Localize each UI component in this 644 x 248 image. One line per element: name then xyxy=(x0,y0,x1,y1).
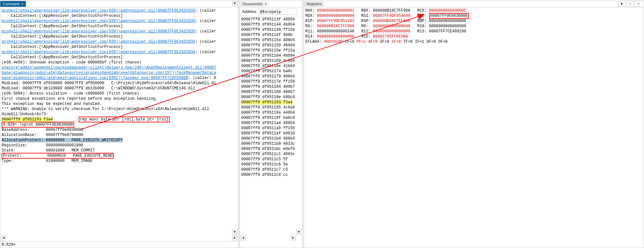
disasm-line: 00007ff9`df851164 48894 xyxy=(241,53,295,58)
scroll-right-icon[interactable]: ▶ xyxy=(290,235,296,241)
disassembly-tab[interactable]: Disassembly × xyxy=(240,1,269,7)
register-value: 000000B18C7FF860 xyxy=(373,19,410,23)
disasm-line: 00007ff9`df8511b4 488b4 xyxy=(241,136,295,141)
vprot-command: 0:029> !vprot 00007FF9E8830000 xyxy=(2,122,74,128)
disasm-line: 00007ff9`df8511a4 488b4 xyxy=(241,121,295,125)
disasm-line: 00007ff9`df85117e ff158 xyxy=(241,79,295,84)
register-value: 0000000000000000 xyxy=(317,34,354,39)
register-name: RBX: xyxy=(361,8,371,13)
output-line: HideDll!UnHook+0x73: xyxy=(2,112,48,117)
source-link[interactable]: base\diagnosis\pdui\atm\main\application… xyxy=(2,76,188,80)
vprot-row: AllocationBase: 00007ff9e8790000 xyxy=(2,133,90,137)
register-name: RAX: xyxy=(305,8,315,13)
disasm-address-row: Address: xyxy=(240,7,302,16)
address-label: Address: xyxy=(242,9,257,14)
source-link[interactable]: onecore\admin\appmodel\packagemanager\cl… xyxy=(2,65,216,70)
output-line: *** WARNING: Unable to verify checksum f… xyxy=(2,107,209,111)
command-tab-label: Command xyxy=(3,2,19,6)
registers-content[interactable]: RAX: 0000000000000001 RBX: 000000B18C7FF… xyxy=(304,7,644,248)
rip-line: 00007ff9`df851193 f3a4 xyxy=(2,117,53,122)
register-name: RIP: xyxy=(305,19,315,23)
command-tab[interactable]: Command × xyxy=(0,1,26,7)
scroll-down-icon[interactable]: ▼ xyxy=(232,1,237,6)
disassembly-tab-label: Disassembly xyxy=(243,2,263,6)
registers-tab[interactable]: Registers xyxy=(304,1,324,7)
output-line: ModLoad: 00007ff9`df850000 00007ff9`df85… xyxy=(2,81,216,85)
source-link[interactable]: pcshell\shell\appresolver\lib\appresolve… xyxy=(2,50,195,54)
address-input[interactable] xyxy=(258,9,297,15)
register-value: 0000000000000000 xyxy=(429,19,466,23)
disasm-line: 00007ff9`df85115e ff15a xyxy=(241,48,295,53)
disasm-line: 00007ff9`df85119f ba0c0 xyxy=(241,116,295,120)
register-value: 00007FF9DF851193 xyxy=(317,19,354,23)
register-name: R13: xyxy=(417,29,427,34)
disassembly-pane: Disassembly × Address: 00007ff9`df85113f… xyxy=(240,0,302,248)
disasm-line: 00007ff9`df851149 ff15b xyxy=(241,28,295,32)
register-value: 00002795FF6E5B0 xyxy=(373,34,408,39)
disasm-line: 00007ff9`df8511c6 5e xyxy=(241,162,288,167)
source-link[interactable]: base\diagnosis\pdui\atm\datasources\proc… xyxy=(2,71,216,75)
command-prompt-input[interactable]: 0:029> xyxy=(0,241,238,248)
register-name: R9: xyxy=(361,24,371,28)
disasm-line: 00007ff9`df851195 4c8d4 xyxy=(241,105,295,110)
disasm-line: 00007ff9`df85119a 448b4 xyxy=(241,110,295,115)
register-name: RSP: xyxy=(361,19,371,23)
register-value: 0000000000000246 xyxy=(317,29,354,34)
register-name: R15: xyxy=(361,34,371,39)
register-name: R11: xyxy=(305,29,315,34)
maximize-button[interactable]: □ xyxy=(626,1,634,7)
dropdown-button[interactable]: ▼ xyxy=(618,1,626,7)
register-name: R8: xyxy=(305,24,315,28)
vprot-row: RegionSize: 0000000000092000 xyxy=(2,143,90,148)
register-value: 0000000000000000 xyxy=(317,14,354,18)
source-link[interactable]: pcshell\shell\appresolver\lib\appresolve… xyxy=(2,29,195,34)
disasm-line: 00007ff9`df851144 4b8b4 xyxy=(241,22,295,27)
disasm-line: 00007ff9`df8511b9 4833c xyxy=(241,141,295,146)
output-line: CallContext:[\AppResolver_GetShortcutFor… xyxy=(2,24,125,28)
vprot-row: Type: 01000000 MEM_IMAGE xyxy=(2,159,93,163)
register-name: RDX: xyxy=(305,14,315,18)
instruction-highlight: rep movs byte ptr [rdi],byte ptr [rsi] xyxy=(79,117,170,122)
scroll-left-icon[interactable]: ◀ xyxy=(241,235,246,241)
command-tab-header: Command × xyxy=(0,0,238,7)
register-name: RSI: xyxy=(361,14,371,18)
source-link[interactable]: pcshell\shell\appresolver\lib\appresolve… xyxy=(2,19,195,23)
disasm-line: 00007ff9`df851179 488b4 xyxy=(241,74,295,79)
disasm-line: 00007ff9`df8511bc e8ef0 xyxy=(241,147,295,151)
disasm-line: 00007ff9`df85114f 488b xyxy=(241,33,292,37)
register-value: 000000000000000C xyxy=(429,8,466,13)
scroll-down-icon[interactable]: ▼ xyxy=(232,230,237,235)
output-line: This exception may be expected and handl… xyxy=(2,102,102,106)
register-value: 000000B18C7FF9D8 xyxy=(373,8,410,13)
close-icon[interactable]: × xyxy=(21,2,23,6)
close-button[interactable]: × xyxy=(635,1,642,7)
register-value: 0000000000000001 xyxy=(317,8,354,13)
register-value: 0000000000000000 xyxy=(429,24,466,28)
disasm-line: 00007ff9`df851184 488b7 xyxy=(241,85,295,89)
register-value-highlighted: 00007FF9E8830000 xyxy=(429,13,469,19)
disasm-line: 00007ff9`df8511c5 5f xyxy=(241,157,288,162)
source-link[interactable]: pcshell\shell\appresolver\lib\appresolve… xyxy=(2,39,195,44)
output-line: CallContext:[\AppResolver_GetShortcutFor… xyxy=(2,34,125,39)
output-line: ModLoad: 00007ff9`db120000 00007ff9`db13… xyxy=(2,86,195,91)
disasm-line: 00007ff9`df851169 4c8d4 xyxy=(241,59,295,63)
command-prompt-label: 0:029> xyxy=(2,242,16,247)
vprot-row: BaseAddress: 00007ff9e8830000 xyxy=(2,128,90,132)
register-value: 0000000000000000 xyxy=(373,29,410,34)
vprot-row: State: 00001000 MEM_COMMIT xyxy=(2,148,95,153)
scroll-right-icon[interactable]: ▶ xyxy=(232,235,237,241)
command-content[interactable]: pcshell\shell\appresolver\lib\appresolve… xyxy=(0,7,238,248)
scroll-down-icon[interactable]: ▼ xyxy=(296,230,301,235)
disassembly-content[interactable]: 00007ff9`df85113f 48894 00007ff9`df85114… xyxy=(240,16,302,247)
output-line: CallContext:[\AppResolver_GetShortcutFor… xyxy=(2,14,125,18)
source-link[interactable]: pcshell\shell\appresolver\lib\appresolve… xyxy=(2,8,195,13)
close-icon[interactable]: × xyxy=(265,2,266,6)
vprot-row: Protect: 00000020 PAGE_EXECUTE_READ xyxy=(2,153,114,159)
scroll-left-icon[interactable]: ◀ xyxy=(1,235,6,241)
register-value: 0000000000000040 xyxy=(373,24,410,28)
register-name: RCX: xyxy=(417,8,427,13)
output-line: CallContext:[\AppResolver_GetShortcutFor… xyxy=(2,45,125,49)
register-name: R10: xyxy=(417,24,427,28)
eflags-line: EFLAGS: 00010206 CF=0 PF=1 AF=0 ZF=0 SF=… xyxy=(305,39,447,44)
register-name: RDI: xyxy=(417,14,427,18)
